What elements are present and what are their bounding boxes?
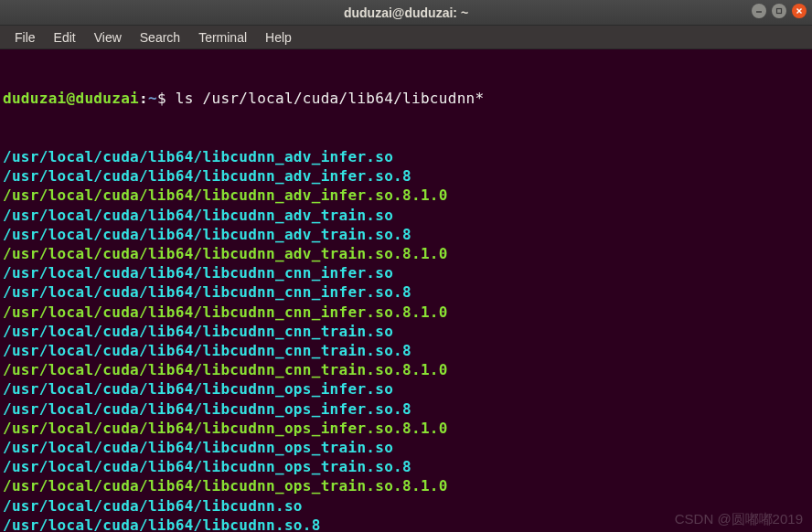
output-line: /usr/local/cuda/lib64/libcudnn_ops_train… — [3, 438, 809, 457]
prompt-host: duduzai — [75, 90, 139, 107]
close-icon — [796, 7, 803, 15]
menu-search[interactable]: Search — [131, 27, 189, 48]
maximize-icon — [775, 7, 783, 15]
menu-edit[interactable]: Edit — [45, 27, 85, 48]
menu-help[interactable]: Help — [256, 27, 301, 48]
output-line: /usr/local/cuda/lib64/libcudnn_cnn_train… — [3, 341, 809, 360]
minimize-button[interactable] — [752, 4, 766, 18]
window-title: duduzai@duduzai: ~ — [344, 5, 468, 20]
prompt-at: @ — [67, 90, 76, 107]
output-line: /usr/local/cuda/lib64/libcudnn_cnn_train… — [3, 322, 809, 341]
output-line: /usr/local/cuda/lib64/libcudnn_adv_train… — [3, 225, 809, 244]
output-line: /usr/local/cuda/lib64/libcudnn_cnn_infer… — [3, 263, 809, 282]
menu-file[interactable]: File — [5, 27, 45, 48]
output-line: /usr/local/cuda/lib64/libcudnn_cnn_infer… — [3, 303, 809, 322]
menu-terminal[interactable]: Terminal — [189, 27, 256, 48]
prompt-dollar: $ — [157, 90, 176, 107]
svg-rect-1 — [777, 9, 782, 14]
output-line: /usr/local/cuda/lib64/libcudnn.so.8 — [3, 516, 809, 532]
prompt-path: ~ — [148, 90, 157, 107]
output-line: /usr/local/cuda/lib64/libcudnn_ops_infer… — [3, 379, 809, 399]
output-line: /usr/local/cuda/lib64/libcudnn_ops_infer… — [3, 419, 809, 438]
prompt-colon: : — [139, 90, 148, 107]
terminal-area[interactable]: duduzai@duduzai:~$ ls /usr/local/cuda/li… — [0, 49, 812, 532]
close-button[interactable] — [792, 4, 807, 18]
minimize-icon — [755, 7, 763, 15]
output-line: /usr/local/cuda/lib64/libcudnn_adv_infer… — [3, 186, 809, 205]
output-line: /usr/local/cuda/lib64/libcudnn.so — [3, 496, 809, 516]
output-line: /usr/local/cuda/lib64/libcudnn_adv_train… — [3, 244, 809, 263]
output-line: /usr/local/cuda/lib64/libcudnn_adv_infer… — [3, 166, 809, 186]
output-line: /usr/local/cuda/lib64/libcudnn_cnn_infer… — [3, 282, 809, 302]
output-line: /usr/local/cuda/lib64/libcudnn_cnn_train… — [3, 360, 809, 379]
output-line: /usr/local/cuda/lib64/libcudnn_ops_infer… — [3, 399, 809, 419]
output-line: /usr/local/cuda/lib64/libcudnn_ops_train… — [3, 457, 809, 476]
window-controls — [752, 4, 807, 18]
titlebar: duduzai@duduzai: ~ — [0, 0, 812, 26]
output-line: /usr/local/cuda/lib64/libcudnn_adv_train… — [3, 206, 809, 225]
menubar: File Edit View Search Terminal Help — [0, 26, 812, 49]
menu-view[interactable]: View — [85, 27, 131, 48]
command-text: ls /usr/local/cuda/lib64/libcudnn* — [176, 90, 485, 107]
prompt-line: duduzai@duduzai:~$ ls /usr/local/cuda/li… — [3, 89, 809, 108]
output-line: /usr/local/cuda/lib64/libcudnn_adv_infer… — [3, 147, 809, 166]
output-line: /usr/local/cuda/lib64/libcudnn_ops_train… — [3, 476, 809, 495]
prompt-user: duduzai — [3, 90, 67, 107]
maximize-button[interactable] — [772, 4, 786, 18]
